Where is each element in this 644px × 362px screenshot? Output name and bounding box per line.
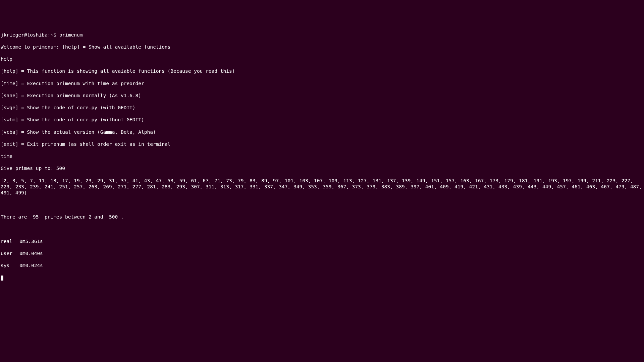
blank-line [1,202,643,208]
timing-sys-value: 0m0.024s [19,263,43,268]
timing-real-label: real [1,238,19,244]
timing-sys: sys0m0.024s [1,262,643,268]
command-prompt-line: jkrieger@toshiba:~$ primenum [1,32,643,38]
welcome-message: Welcome to primenum: [help] = Show all a… [1,44,643,50]
cursor-line[interactable] [1,275,643,281]
help-entry-sane: [sane] = Execution primenum normally (As… [1,93,643,99]
help-entry-swge: [swge] = Show the code of core.py (with … [1,105,643,111]
help-entry-vcba: [vcba] = Show the actual version (Gamma,… [1,129,643,135]
timing-user-value: 0m0.040s [19,251,43,256]
terminal-window[interactable]: jkrieger@toshiba:~$ primenum Welcome to … [1,26,643,362]
terminal-cursor [1,276,3,281]
primes-summary: There are 95 primes between 2 and 500 . [1,214,643,220]
help-entry-help: [help] = This function is showing all av… [1,68,643,74]
timing-sys-label: sys [1,262,19,268]
help-entry-exit: [exit] = Exit primenum (as shell order e… [1,141,643,147]
timing-real: real0m5.361s [1,238,643,244]
primes-output-list: [2, 3, 5, 7, 11, 13, 17, 19, 23, 29, 31,… [1,178,643,196]
user-input-time: time [1,153,643,159]
help-entry-time: [time] = Execution primenum with time as… [1,80,643,86]
entered-command: primenum [59,32,83,38]
prompt-path: :~$ [48,32,56,38]
timing-user: user0m0.040s [1,250,643,256]
timing-user-label: user [1,250,19,256]
blank-line [1,226,643,232]
help-entry-swtm: [swtm] = Show the code of core.py (witho… [1,117,643,123]
prompt-user-host: jkrieger@toshiba [1,32,48,38]
timing-real-value: 0m5.361s [19,239,43,244]
user-input-help: help [1,56,643,62]
primes-prompt-line: Give primes up to: 500 [1,165,643,171]
